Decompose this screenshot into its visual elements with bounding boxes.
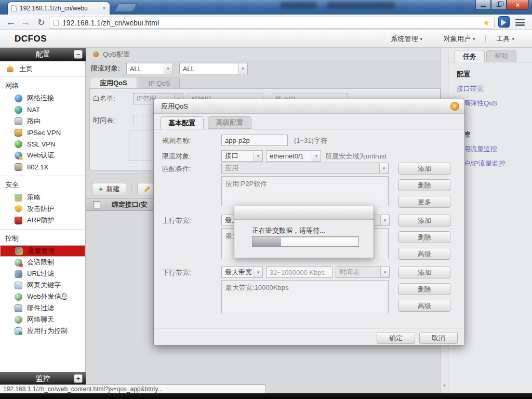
divider	[131, 184, 132, 194]
dialog-close-icon[interactable]: ×	[450, 102, 459, 111]
sidebar-item-session-limit[interactable]: 会话限制	[0, 257, 85, 268]
sidebar-item-policy[interactable]: 策略	[0, 192, 85, 203]
downstream-schedule-select[interactable]: 时间表▾	[336, 267, 390, 278]
rule-name-input[interactable]	[221, 135, 288, 146]
sidebar-item-mail-filter[interactable]: 邮件过滤	[0, 302, 85, 314]
tab-close-icon[interactable]: ×	[102, 5, 106, 12]
filter-select-2[interactable]: ALL▾	[179, 63, 248, 74]
downstream-listbox[interactable]: 最大带宽:10000Kbps	[221, 280, 389, 313]
dialog-tab-basic[interactable]: 基本配置	[160, 116, 204, 129]
sidebar-item-ipsec-vpn[interactable]: IPSec VPN	[0, 127, 85, 138]
sidebar-item-8021x[interactable]: 802.1X	[0, 161, 85, 172]
new-tab-button[interactable]	[114, 3, 137, 12]
window-minimize-button[interactable]	[475, 0, 491, 10]
match-more-button[interactable]: 更多	[398, 196, 450, 208]
window-restore-button[interactable]	[491, 0, 507, 10]
link-global-elastic-qos[interactable]: 全局弹性QoS	[457, 99, 529, 108]
upstream-advanced-button[interactable]: 高级	[398, 248, 450, 260]
sidebar-section-network: 网络	[0, 77, 85, 92]
pencil-icon	[144, 186, 150, 192]
browser-titlebar: 192.168.1.1/zh_cn/webu × ×	[0, 0, 532, 15]
tab-help[interactable]: 帮助	[486, 50, 516, 62]
sidebar-item-network-chat[interactable]: 网络聊天	[0, 314, 85, 325]
policy-icon	[15, 194, 22, 202]
forward-icon[interactable]: →	[19, 15, 32, 30]
expand-icon[interactable]: +	[74, 374, 83, 383]
upstream-delete-button[interactable]: 删除	[398, 231, 450, 243]
downstream-add-button[interactable]: 添加	[398, 267, 450, 278]
sidebar-item-web-auth[interactable]: Web认证	[0, 150, 85, 161]
upstream-label: 上行带宽:	[162, 216, 191, 225]
dropdown-arrow-icon: ▾	[380, 267, 389, 277]
url-bar[interactable]: ★	[49, 17, 495, 29]
sidebar-section-control: 控制	[0, 230, 85, 245]
dropdown-arrow-icon: ▾	[379, 163, 388, 174]
globe-icon	[15, 95, 22, 102]
rule-name-label: 规则名称:	[162, 136, 191, 145]
link-interface-bandwidth[interactable]: 接口带宽	[457, 84, 529, 94]
interface-select[interactable]: ethernet0/1▾	[266, 150, 321, 162]
match-add-button[interactable]: 添加	[398, 163, 450, 175]
scroll-down-icon[interactable]: ▾	[441, 383, 448, 388]
ok-button[interactable]: 确定	[377, 332, 415, 344]
limit-type-select[interactable]: 接口▾	[221, 150, 263, 162]
sidebar-item-traffic-management[interactable]: 流量管理	[0, 245, 85, 257]
sidebar-item-web-outgoing[interactable]: Web外发信息	[0, 291, 85, 302]
dropdown-arrow-icon: ▾	[254, 151, 262, 161]
upstream-add-button[interactable]: 添加	[398, 215, 450, 227]
downstream-delete-button[interactable]: 删除	[398, 283, 450, 295]
cancel-button[interactable]: 取消	[419, 332, 458, 344]
sidebar-item-home[interactable]: 主页	[0, 61, 85, 77]
sidebar-item-url-filter[interactable]: URL过滤	[0, 268, 85, 280]
collapse-icon[interactable]: −	[74, 50, 83, 59]
tab-app-qos[interactable]: 应用QoS	[90, 77, 137, 89]
tab-tasks[interactable]: 任务	[455, 50, 485, 62]
match-listbox[interactable]: 应用:P2P软件	[221, 176, 389, 206]
key-icon	[15, 163, 22, 171]
restore-icon	[497, 3, 501, 7]
sidebar-item-nat[interactable]: NAT	[0, 104, 85, 115]
sidebar-item-arp-defense[interactable]: ARP防护	[0, 215, 85, 226]
lock-icon	[15, 129, 22, 137]
filter-select-1[interactable]: ALL▾	[126, 63, 173, 74]
new-button[interactable]: +新建	[92, 183, 126, 195]
back-icon[interactable]: ←	[4, 15, 18, 30]
sidebar-header-monitor[interactable]: 监控 +	[0, 372, 86, 385]
dialog-tab-advanced[interactable]: 高级配置	[208, 116, 251, 129]
browser-tab[interactable]: 192.168.1.1/zh_cn/webu ×	[7, 2, 110, 15]
downstream-type-select[interactable]: 最大带宽▾	[221, 267, 263, 278]
window-close-button[interactable]: ×	[507, 0, 529, 10]
menu-system-admin[interactable]: 系统管理▾	[380, 34, 433, 44]
dialog-title: 应用QoS	[161, 102, 188, 111]
shield-icon	[15, 205, 22, 213]
link-user-ip-traffic-monitor[interactable]: 用户/IP流量监控	[457, 159, 529, 168]
sidebar-item-web-keyword[interactable]: 网页关键字	[0, 280, 85, 291]
loading-message: 正在提交数据，请等待...	[252, 226, 325, 235]
key-globe-icon	[15, 140, 22, 148]
url-input[interactable]	[62, 19, 480, 27]
menu-tools[interactable]: 工具▾	[486, 34, 525, 44]
sidebar-item-ssl-vpn[interactable]: SSL VPN	[0, 138, 85, 150]
tab-ip-qos[interactable]: IP QoS	[139, 77, 180, 89]
downstream-bandwidth-input[interactable]	[266, 267, 332, 278]
menu-object-user[interactable]: 对象用户▾	[433, 34, 486, 44]
keyword-icon	[15, 282, 22, 289]
downstream-advanced-button[interactable]: 高级	[398, 300, 450, 312]
browser-menu-icon[interactable]	[515, 19, 525, 26]
sidebar-header-config[interactable]: 配置 −	[0, 48, 86, 61]
bookmark-star-icon[interactable]: ★	[483, 18, 490, 28]
sidebar-item-routing[interactable]: 路由	[0, 115, 85, 127]
sidebar-item-app-behavior[interactable]: 应用行为控制	[0, 325, 85, 337]
session-icon	[15, 259, 22, 267]
sidebar-item-attack-defense[interactable]: 攻击防护	[0, 203, 85, 215]
sidebar: 配置 − 主页 网络 网络连接 NAT 路由 IPSec VPN SSL VPN…	[0, 48, 86, 393]
arp-icon	[15, 217, 22, 224]
browser-extension-icon[interactable]	[498, 16, 510, 28]
dropdown-arrow-icon: ▾	[238, 63, 247, 74]
match-type-select[interactable]: 应用▾	[221, 163, 389, 174]
select-all-checkbox[interactable]	[93, 201, 100, 208]
sidebar-item-network-connection[interactable]: 网络连接	[0, 92, 85, 104]
link-app-traffic-monitor[interactable]: 应用流量监控	[457, 144, 529, 154]
reload-icon[interactable]: ↻	[34, 15, 48, 30]
match-delete-button[interactable]: 删除	[398, 179, 450, 191]
